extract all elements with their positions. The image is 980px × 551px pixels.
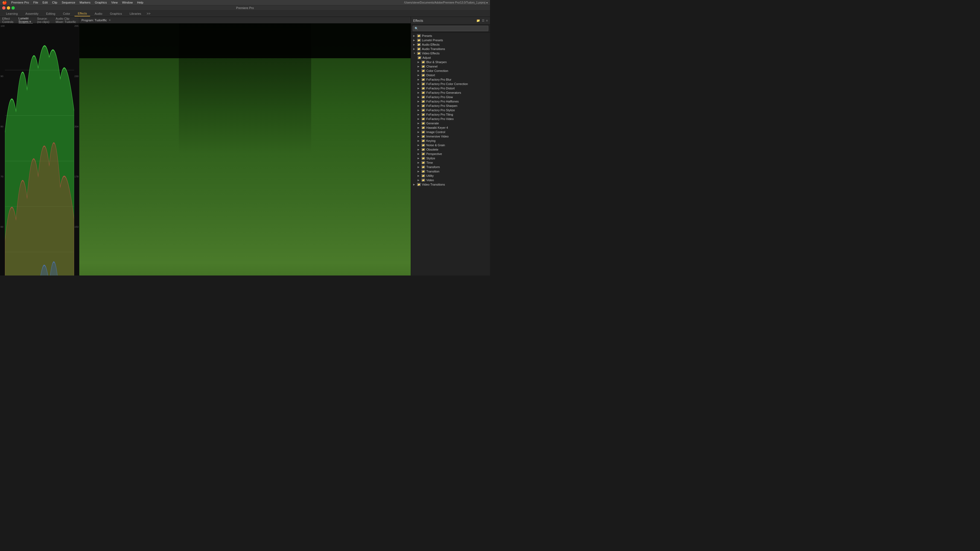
tree-item-channel[interactable]: ▶ 📁 Channel	[411, 64, 490, 68]
tree-item-audio-effects[interactable]: ▶ 📁 Audio Effects	[411, 42, 490, 47]
menu-window[interactable]: Window	[122, 1, 133, 4]
arrow-color-correction: ▶	[418, 70, 420, 72]
effects-search-input[interactable]	[413, 26, 488, 31]
window-controls[interactable]	[2, 6, 15, 10]
tree-item-transform[interactable]: ▶ 📁 Transform	[411, 165, 490, 169]
label-hawaiki-keyer: Hawaiki Keyer 4	[426, 126, 448, 129]
effects-menu-icon[interactable]: ≡	[486, 19, 488, 22]
tree-item-fxfactory-video[interactable]: ▶ 📁 FxFactory Pro Video	[411, 117, 490, 121]
effects-panel-icons: 📁 ☰ ≡	[476, 19, 488, 22]
arrow-fxfactory-halftones: ▶	[418, 100, 420, 103]
tree-item-video-effects[interactable]: ▼ 📁 Video Effects	[411, 51, 490, 56]
menu-bar: 🍎 Premiere Pro File Edit Clip Sequence M…	[0, 0, 490, 5]
tab-assembly[interactable]: Assembly	[22, 11, 42, 16]
menu-view[interactable]: View	[111, 1, 118, 4]
tree-item-video[interactable]: ▶ 📁 Video	[411, 178, 490, 182]
label-distort: Distort	[426, 73, 435, 77]
folder-icon-channel: 📁	[422, 65, 425, 68]
label-utility: Utility	[426, 174, 434, 177]
folder-icon-fxfactory-stylize: 📁	[422, 108, 425, 112]
minimize-button[interactable]	[7, 6, 10, 10]
tree-item-perspective[interactable]: ▶ 📁 Perspective	[411, 152, 490, 156]
label-fxfactory-color-correction: FxFactory Pro Color Correction	[426, 82, 468, 86]
tree-item-obsolete[interactable]: ▶ 📁 Obsolete	[411, 147, 490, 152]
tree-item-fxfactory-glow[interactable]: ▶ 📁 FxFactory Pro Glow	[411, 95, 490, 99]
menu-file[interactable]: File	[33, 1, 38, 4]
tree-item-time[interactable]: ▶ 📁 Time	[411, 160, 490, 165]
menu-graphics[interactable]: Graphics	[95, 1, 107, 4]
tab-learning[interactable]: Learning	[3, 11, 21, 16]
effects-list-icon[interactable]: ☰	[482, 19, 485, 22]
folder-icon-fxfactory-glow: 📁	[422, 95, 425, 98]
menubar-right: /Users/steve/Documents/Adobe/Premiere Pr…	[404, 1, 488, 4]
tree-item-adjust[interactable]: 📁 Adjust	[411, 56, 490, 60]
tree-item-transition[interactable]: ▶ 📁 Transition	[411, 169, 490, 173]
tab-graphics[interactable]: Graphics	[107, 11, 125, 16]
program-menu-icon[interactable]: ≡	[109, 19, 111, 22]
arrow-fxfactory-distort: ▶	[418, 87, 420, 90]
tree-item-fxfactory-distort[interactable]: ▶ 📁 FxFactory Pro Distort	[411, 86, 490, 91]
maximize-button[interactable]	[11, 6, 15, 10]
arrow-image-control: ▶	[418, 131, 420, 133]
folder-icon-fxfactory-sharpen: 📁	[422, 104, 425, 107]
tree-item-fxfactory-tiling[interactable]: ▶ 📁 FxFactory Pro Tiling	[411, 112, 490, 117]
menu-markers[interactable]: Markers	[80, 1, 91, 4]
program-monitor-title: Program: Tudoriffic	[81, 19, 107, 22]
folder-icon-fxfactory-blur: 📁	[422, 78, 425, 81]
tab-audio-clip-mixer[interactable]: Audio Clip Mixer: Tudorific	[56, 17, 77, 24]
tree-item-fxfactory-color-correction[interactable]: ▶ 📁 FxFactory Pro Color Correction	[411, 82, 490, 86]
tree-item-distort[interactable]: ▶ 📁 Distort	[411, 73, 490, 77]
tree-item-color-correction[interactable]: ▶ 📁 Color Correction	[411, 68, 490, 73]
program-video-preview	[79, 24, 411, 275]
arrow-lumetri-presets: ▶	[413, 39, 416, 41]
tab-effect-controls[interactable]: Effect Controls	[2, 17, 14, 24]
new-folder-icon[interactable]: 📁	[476, 19, 480, 22]
tree-item-stylize[interactable]: ▶ 📁 Stylize	[411, 156, 490, 160]
menu-sequence[interactable]: Sequence	[62, 1, 75, 4]
tree-item-hawaiki-keyer[interactable]: ▶ 📁 Hawaiki Keyer 4	[411, 125, 490, 130]
label-video-transitions: Video Transitions	[422, 183, 445, 186]
tree-item-video-transitions[interactable]: ▶ 📁 Video Transitions	[411, 182, 490, 187]
menu-help[interactable]: Help	[137, 1, 143, 4]
tree-item-generate[interactable]: ▶ 📁 Generate	[411, 121, 490, 125]
arrow-time: ▶	[418, 161, 420, 164]
tree-item-lumetri-presets[interactable]: ▶ 📁 Lumetri Presets	[411, 38, 490, 42]
tree-item-utility[interactable]: ▶ 📁 Utility	[411, 173, 490, 178]
tab-audio[interactable]: Audio	[91, 11, 105, 16]
menu-edit[interactable]: Edit	[43, 1, 48, 4]
tree-item-fxfactory-sharpen[interactable]: ▶ 📁 FxFactory Pro Sharpen	[411, 103, 490, 108]
tab-lumetri-scopes[interactable]: Lumetri Scopes ≡	[19, 17, 33, 24]
folder-icon-transition: 📁	[422, 170, 425, 173]
label-adjust: Adjust	[422, 56, 431, 59]
tree-item-presets[interactable]: ▶ 📁 Presets	[411, 33, 490, 38]
tree-item-fxfactory-halftones[interactable]: ▶ 📁 FxFactory Pro Halftones	[411, 99, 490, 103]
arrow-audio-effects: ▶	[413, 43, 416, 46]
label-presets: Presets	[422, 34, 432, 37]
program-monitor-header: Program: Tudoriffic ≡	[79, 17, 411, 24]
menu-clip[interactable]: Clip	[52, 1, 57, 4]
arrow-obsolete: ▶	[418, 148, 420, 151]
tree-item-audio-transitions[interactable]: ▶ 📁 Audio Transitions	[411, 47, 490, 51]
apple-menu[interactable]: 🍎	[2, 0, 7, 5]
tab-color[interactable]: Color	[60, 11, 73, 16]
tab-libraries[interactable]: Libraries	[126, 11, 145, 16]
tab-effects[interactable]: Effects	[75, 11, 90, 16]
menu-premiere-pro[interactable]: Premiere Pro	[11, 1, 29, 4]
more-workspaces[interactable]: >>	[146, 12, 150, 16]
tree-item-image-control[interactable]: ▶ 📁 Image Control	[411, 130, 490, 134]
tree-item-fxfactory-blur[interactable]: ▶ 📁 FxFactory Pro Blur	[411, 77, 490, 82]
folder-icon-presets: 📁	[417, 34, 421, 37]
folder-icon-video: 📁	[422, 178, 425, 182]
folder-icon-generate: 📁	[422, 122, 425, 125]
tree-item-keying[interactable]: ▶ 📁 Keying	[411, 138, 490, 143]
tab-source[interactable]: Source: (no clips)	[37, 17, 51, 24]
tree-item-fxfactory-generators[interactable]: ▶ 📁 FxFactory Pro Generators	[411, 91, 490, 95]
tree-item-fxfactory-stylize[interactable]: ▶ 📁 FxFactory Pro Stylize	[411, 108, 490, 112]
folder-icon-audio-transitions: 📁	[417, 47, 421, 51]
tree-item-noise-grain[interactable]: ▶ 📁 Noise & Grain	[411, 143, 490, 147]
arrow-immersive-video: ▶	[418, 135, 420, 138]
tab-editing[interactable]: Editing	[43, 11, 59, 16]
tree-item-blur-sharpen[interactable]: ▶ 📁 Blur & Sharpen	[411, 60, 490, 64]
tree-item-immersive-video[interactable]: ▶ 📁 Immersive Video	[411, 134, 490, 138]
close-button[interactable]	[2, 6, 5, 10]
